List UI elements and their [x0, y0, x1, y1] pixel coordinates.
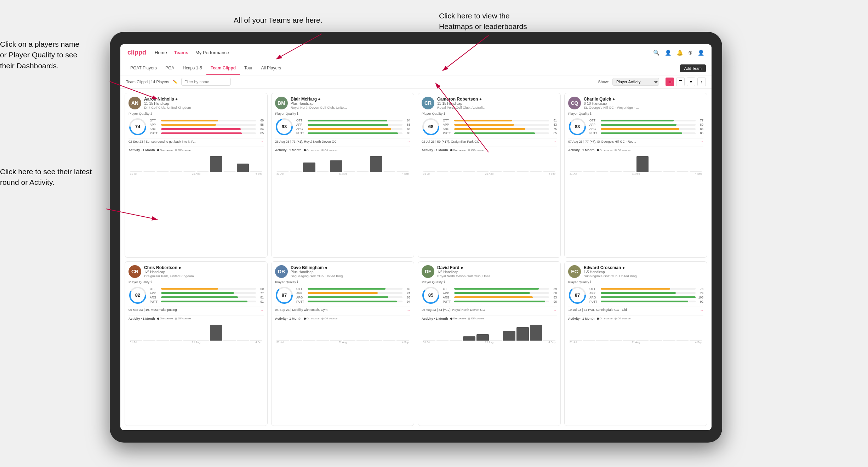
- player-name[interactable]: David Ford ●: [437, 265, 557, 270]
- tab-tour[interactable]: Tour: [240, 61, 257, 75]
- avatar-initials: CR: [422, 97, 434, 109]
- quality-section[interactable]: 82 OTT 60 APP 77 ARG 81 PUTT: [129, 286, 264, 304]
- sort-button[interactable]: ↕: [697, 78, 706, 86]
- list-view-button[interactable]: ☰: [676, 78, 685, 86]
- last-round-arrow: →: [261, 139, 264, 143]
- activity-section: Activity · 1 Month On course Off course …: [568, 147, 703, 175]
- nav-my-performance[interactable]: My Performance: [195, 49, 229, 57]
- chart-label-end: 4 Sep: [402, 341, 409, 344]
- last-round[interactable]: 07 Aug 23 | 77 (+7), St George's Hill GC…: [568, 138, 703, 144]
- bar-label: OTT: [443, 119, 453, 122]
- player-handicap: Plus Handicap: [291, 270, 410, 274]
- player-info: Charlie Quick ● 6-10 Handicap St. George…: [584, 97, 703, 109]
- player-info: Dave Billingham ● Plus Handicap Sag Magi…: [291, 265, 410, 278]
- tab-pga[interactable]: PGA: [161, 61, 178, 75]
- chart-bar: [396, 340, 409, 341]
- bar-label: PUTT: [589, 131, 599, 135]
- bar-track: [454, 296, 549, 298]
- player-card[interactable]: BM Blair McHarg ● Plus Handicap Royal No…: [271, 93, 414, 258]
- last-round[interactable]: 26 Aug 23 | 84 (+12), Royal North Devon …: [422, 307, 557, 313]
- player-club: St. George's Hill GC - Weybridge - Surre…: [584, 106, 640, 109]
- activity-legend: On course Off course: [157, 149, 191, 152]
- nav-home[interactable]: Home: [155, 49, 167, 57]
- chart-bar: [303, 163, 315, 172]
- user-icon[interactable]: 👤: [665, 50, 672, 56]
- nav-teams[interactable]: Teams: [174, 49, 188, 57]
- add-team-button[interactable]: Add Team: [680, 64, 706, 72]
- tab-all-players[interactable]: All Players: [257, 61, 285, 75]
- tab-team-clippd[interactable]: Team Clippd: [206, 61, 240, 75]
- player-name[interactable]: Chris Robertson ●: [144, 265, 264, 270]
- quality-section[interactable]: 85 OTT 89 APP 80 ARG 83 PUTT: [422, 286, 557, 304]
- tab-hcaps[interactable]: Hcaps 1-5: [178, 61, 206, 75]
- chart-bar: [476, 334, 489, 341]
- player-card[interactable]: AN Aaron Nicholls ● 11-15 Handicap Drift…: [125, 93, 268, 258]
- quality-section[interactable]: 87 OTT 82 APP 74 ARG 85 PUTT: [275, 286, 410, 304]
- chart-label-start: 31 Jul: [130, 341, 137, 344]
- edit-icon[interactable]: ✏️: [173, 80, 178, 84]
- off-course-label: Off course: [324, 149, 337, 152]
- player-name[interactable]: Blair McHarg ●: [291, 97, 410, 102]
- player-club: Royal North Devon Golf Club, United Kin.…: [437, 274, 494, 278]
- bar-label: PUTT: [296, 131, 306, 135]
- last-round[interactable]: 05 Mar 23 | 19, Must make putting →: [129, 307, 264, 313]
- chart-bar: [356, 340, 369, 341]
- last-round[interactable]: 19 Jul 23 | 74 (+3), Sunningdale GC - Ol…: [568, 307, 703, 313]
- tab-pgat-players[interactable]: PGAT Players: [126, 61, 161, 75]
- off-course-dot: [321, 318, 324, 320]
- quality-section[interactable]: 68 OTT 61 APP 63 ARG 75 PUTT: [422, 118, 557, 136]
- on-course-label: On course: [160, 317, 173, 320]
- last-round[interactable]: 02 Jul 23 | 59 (+17), Craigmillar Park G…: [422, 138, 557, 144]
- player-name[interactable]: Cameron Robertson ●: [437, 97, 557, 102]
- bar-track: [161, 301, 256, 302]
- player-handicap: 11-15 Handicap: [437, 102, 557, 106]
- player-name[interactable]: Charlie Quick ●: [584, 97, 703, 102]
- bar-fill: [601, 301, 688, 302]
- player-name[interactable]: Dave Billingham ●: [291, 265, 410, 270]
- legend-on-course: On course: [304, 149, 320, 152]
- show-select[interactable]: Player Activity Quality Score Trend: [612, 78, 659, 86]
- bell-icon[interactable]: 🔔: [676, 50, 683, 56]
- quality-section[interactable]: 74 OTT 60 APP 58 ARG 84 PUTT: [129, 118, 264, 136]
- last-round[interactable]: 26 Aug 23 | 73 (+1), Royal North Devon G…: [275, 138, 410, 144]
- bar-track: [161, 296, 256, 298]
- player-card[interactable]: EC Edward Crossman ● 1-5 Handicap Sunnin…: [564, 261, 707, 426]
- player-card[interactable]: DB Dave Billingham ● Plus Handicap Sag M…: [271, 261, 414, 426]
- last-round[interactable]: 04 Sep 23 | Mobility with coach, Gym →: [275, 307, 410, 313]
- search-icon[interactable]: 🔍: [653, 50, 660, 56]
- player-card[interactable]: CR Cameron Robertson ● 11-15 Handicap Ro…: [418, 93, 561, 258]
- plus-circle-icon[interactable]: ⊕: [688, 50, 693, 56]
- last-round[interactable]: 02 Sep 23 | Sunset round to get back int…: [129, 138, 264, 144]
- bar-track: [601, 124, 696, 126]
- bar-track: [454, 124, 549, 126]
- player-card[interactable]: DF David Ford ● 1-5 Handicap Royal North…: [418, 261, 561, 426]
- chart-bar: [210, 325, 222, 341]
- activity-section: Activity · 1 Month On course Off course …: [568, 315, 703, 344]
- quality-section[interactable]: 83 OTT 77 APP 80 ARG 83 PUTT: [568, 118, 703, 136]
- chart-bar: [690, 340, 702, 341]
- avatar-icon[interactable]: 👤: [698, 50, 704, 56]
- player-name[interactable]: Aaron Nicholls ●: [144, 97, 264, 102]
- chart-labels: 31 Jul 21 Aug 4 Sep: [568, 341, 703, 344]
- player-name[interactable]: Edward Crossman ●: [584, 265, 703, 270]
- bar-fill: [454, 296, 533, 298]
- player-club: Sunningdale Golf Club, United Kingdom: [584, 274, 640, 278]
- chart-bar: [570, 171, 582, 172]
- player-header: CR Chris Robertson ● 1-5 Handicap Craigm…: [129, 265, 264, 278]
- bar-label: ARG: [150, 296, 160, 299]
- quality-label: Player Quality ℹ: [568, 280, 703, 284]
- chart-bar: [276, 340, 289, 341]
- grid-view-button[interactable]: ⊞: [666, 78, 674, 86]
- activity-section: Activity · 1 Month On course Off course …: [422, 147, 557, 175]
- quality-section[interactable]: 87 OTT 73 APP 79 ARG 103 PUT: [568, 286, 703, 304]
- bar-fill: [308, 296, 388, 298]
- bar-fill: [454, 132, 535, 134]
- team-label: Team Clippd | 14 Players: [126, 80, 169, 84]
- quality-section[interactable]: 93 OTT 84 APP 85 ARG 88 PUTT: [275, 118, 410, 136]
- filter-input[interactable]: [181, 78, 231, 86]
- filter-button[interactable]: ▼: [687, 78, 695, 86]
- chart-bar: [543, 171, 555, 172]
- player-card[interactable]: CR Chris Robertson ● 1-5 Handicap Craigm…: [125, 261, 268, 426]
- chart-bar: [636, 156, 649, 172]
- player-card[interactable]: CQ Charlie Quick ● 6-10 Handicap St. Geo…: [564, 93, 707, 258]
